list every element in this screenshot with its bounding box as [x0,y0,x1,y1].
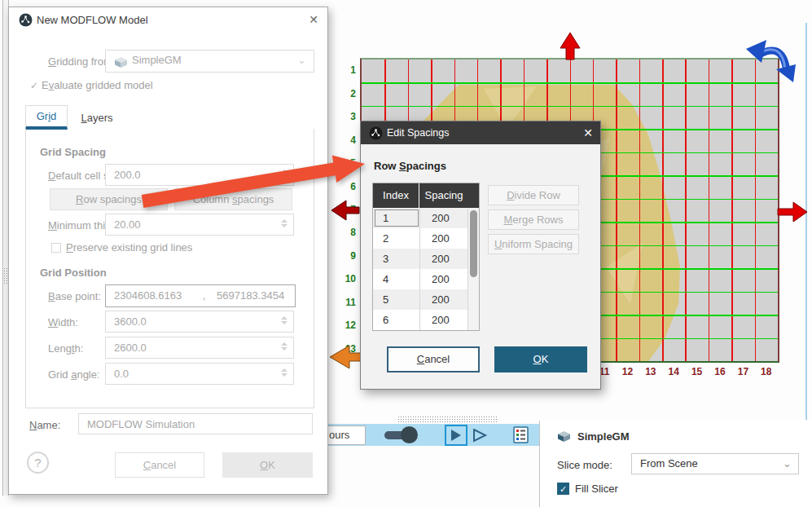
evaluate-label: Evaluate gridded model [42,79,153,92]
ok-button[interactable]: OK [222,452,313,478]
edit-spacings-titlebar[interactable]: Edit Spacings ✕ [361,121,600,144]
grid-row-line [362,82,778,84]
name-label: Name: [29,419,60,432]
row-label: 8 [336,227,356,238]
column-label: 15 [687,366,708,377]
row-spacing-cell[interactable]: 200 [420,310,467,330]
row-spacing-cell[interactable]: 200 [420,228,467,249]
preserve-grid-lines-label: Preserve existing grid lines [66,241,192,254]
spinner-icon[interactable] [281,315,287,326]
cancel-button[interactable]: Cancel [115,452,204,478]
toolbar-grip-icon[interactable] [397,416,497,423]
width-value: 3600.0 [114,315,147,328]
row-spacing-cell[interactable]: 200 [420,289,467,310]
table-row: 2200 [373,228,467,249]
default-cell-size-input[interactable]: 200.0 [105,164,294,186]
spinner-icon[interactable] [281,218,287,229]
spinner-icon[interactable] [281,168,287,179]
row-label: 4 [336,134,356,146]
table-row: 3200 [373,249,467,269]
grid-row-line [362,106,778,108]
legend-list-icon[interactable] [513,426,529,443]
close-icon[interactable]: ✕ [581,126,595,140]
contours-button[interactable]: ours [324,425,366,445]
modflow-titlebar[interactable]: New MODFLOW Model ✕ [9,7,327,32]
row-label: 11 [336,297,356,308]
length-input[interactable]: 2600.0 [105,337,294,359]
spinner-icon[interactable] [281,341,287,352]
slice-mode-dropdown[interactable]: From Scene ⌄ [631,453,799,474]
spacing-table-header: Index Spacing [373,183,479,208]
column-label: 14 [663,366,684,377]
row-index-cell[interactable]: 5 [373,289,420,310]
cancel-button[interactable]: Cancel [387,346,480,373]
row-index-cell[interactable]: 3 [373,249,420,269]
play-outline-button[interactable] [472,429,489,443]
minimum-thickness-value: 20.00 [114,218,141,231]
column-label: 12 [617,366,638,377]
base-point-x: 2304608.6163 [114,289,182,302]
merge-rows-button[interactable]: Merge Rows [488,209,579,230]
grid-spacing-header: Grid Spacing [40,146,106,158]
row-spacing-cell[interactable]: 200 [420,249,467,269]
row-spacings-button[interactable]: Row spacings [50,188,168,210]
fill-slicer-checkbox[interactable]: ✓ [557,483,569,495]
play-icon [446,426,466,444]
row-spacing-cell[interactable]: 200 [420,208,467,228]
tab-grid[interactable]: Grid [25,105,68,130]
row-label: 2 [336,88,356,99]
tab-layers[interactable]: Layers [77,108,117,128]
slice-mode-label: Slice mode: [557,459,612,471]
uniform-spacing-button[interactable]: Uniform Spacing [488,234,579,254]
gridding-from-dropdown[interactable]: SimpleGM ⌄ [105,50,314,73]
name-value: MODFLOW Simulation [87,418,195,430]
length-value: 2600.0 [114,342,147,354]
index-column-header: Index [373,183,419,208]
grid-angle-input[interactable]: 0.0 [105,363,294,385]
evaluate-checkbox[interactable]: ✓ [30,79,38,91]
row-label: 6 [336,181,356,192]
new-modflow-dialog: New MODFLOW Model ✕ Gridding from: Simpl… [8,7,328,495]
divide-row-button[interactable]: Divide Row [488,185,579,205]
row-index-cell[interactable]: 6 [373,310,420,330]
row-index-cell[interactable]: 2 [373,228,420,249]
width-input[interactable]: 3600.0 [105,311,294,333]
column-label: 13 [640,366,661,377]
minimum-thickness-input[interactable]: 20.00 [105,214,294,236]
row-index-cell[interactable]: 4 [373,269,420,289]
base-point-input[interactable]: 2304608.6163 , 5697183.3454 [105,284,296,307]
spacing-table: Index Spacing 120022003200420052006200 [372,183,480,331]
spacing-column-header: Spacing [420,183,467,208]
help-button[interactable]: ? [27,452,49,474]
row-spacing-cell[interactable]: 200 [420,269,467,289]
row-label: 13 [336,343,356,355]
gridded-model-icon [557,430,571,443]
column-label: 18 [756,366,777,377]
length-label: Length: [48,342,83,355]
dialog-title: New MODFLOW Model [37,14,148,26]
scrollbar-thumb[interactable] [470,210,477,277]
chevron-down-icon: ⌄ [783,454,792,474]
column-label: 16 [709,366,731,377]
grid-angle-value: 0.0 [114,368,129,380]
row-label: 9 [336,250,356,262]
base-point-y: 5697183.3454 [217,289,284,302]
ok-button[interactable]: OK [494,346,587,373]
grid-position-header: Grid Position [40,267,107,279]
spinner-icon[interactable] [281,367,287,378]
base-point-label: Base point: [48,290,101,303]
width-label: Width: [48,316,78,329]
row-label: 12 [336,320,356,331]
row-label: 10 [336,273,356,284]
table-scrollbar[interactable] [467,208,479,330]
close-icon[interactable]: ✕ [306,12,321,27]
row-index-cell[interactable]: 1 [373,208,420,228]
name-input[interactable]: MODFLOW Simulation [78,413,313,434]
opacity-slider-knob[interactable] [401,426,418,443]
column-spacings-button[interactable]: Column spacings [174,188,292,210]
scene-right-border [805,23,807,420]
edit-spacings-dialog: Edit Spacings ✕ Row Spacings Index Spaci… [360,121,601,390]
row-spacings-section-label: Row Spacings [374,160,446,172]
preserve-grid-lines-checkbox[interactable] [51,243,61,253]
play-button-active[interactable] [445,425,467,446]
